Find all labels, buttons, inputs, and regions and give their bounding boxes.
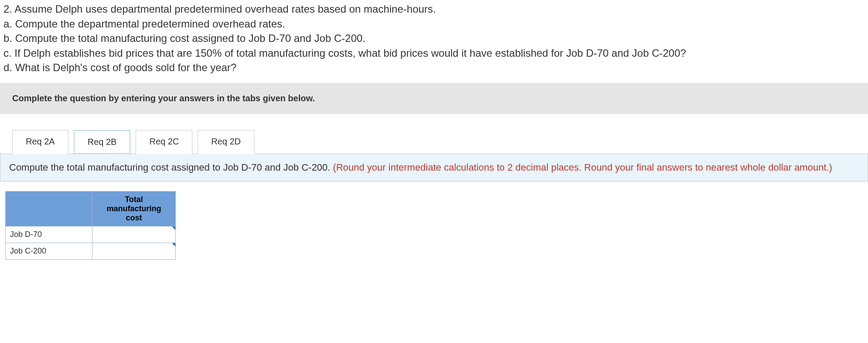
tab-prompt: Compute the total manufacturing cost ass… xyxy=(0,154,868,182)
tab-req-2a[interactable]: Req 2A xyxy=(12,130,68,154)
table-row: Job C-200 xyxy=(6,243,176,259)
question-part-b: b. Compute the total manufacturing cost … xyxy=(3,31,865,46)
tab-req-2b[interactable]: Req 2B xyxy=(74,130,131,154)
table-header-total-mfg-cost: Total manufacturing cost xyxy=(92,191,176,226)
row-label-job-c200: Job C-200 xyxy=(6,243,92,259)
tabs-row: Req 2A Req 2B Req 2C Req 2D xyxy=(0,130,868,154)
question-part-a: a. Compute the departmental predetermine… xyxy=(3,17,865,31)
answer-table: Total manufacturing cost Job D-70 Job C-… xyxy=(5,191,176,260)
instruction-bar: Complete the question by entering your a… xyxy=(0,83,868,114)
instruction-text: Complete the question by entering your a… xyxy=(12,93,315,103)
prompt-main: Compute the total manufacturing cost ass… xyxy=(9,162,333,173)
question-stem: 2. Assume Delph uses departmental predet… xyxy=(3,2,865,17)
input-cell-job-c200[interactable] xyxy=(92,243,176,259)
question-text: 2. Assume Delph uses departmental predet… xyxy=(0,0,868,77)
tab-req-2c[interactable]: Req 2C xyxy=(136,130,192,154)
input-cell-job-d70[interactable] xyxy=(92,226,176,243)
tab-req-2d[interactable]: Req 2D xyxy=(198,130,254,154)
table-row: Job D-70 xyxy=(6,226,176,243)
row-label-job-d70: Job D-70 xyxy=(6,226,92,243)
input-job-c200[interactable] xyxy=(92,243,175,259)
table-corner xyxy=(6,191,92,226)
question-part-d: d. What is Delph's cost of goods sold fo… xyxy=(3,60,865,75)
input-job-d70[interactable] xyxy=(92,226,175,242)
question-part-c: c. If Delph establishes bid prices that … xyxy=(3,46,865,61)
prompt-hint: (Round your intermediate calculations to… xyxy=(333,162,832,173)
